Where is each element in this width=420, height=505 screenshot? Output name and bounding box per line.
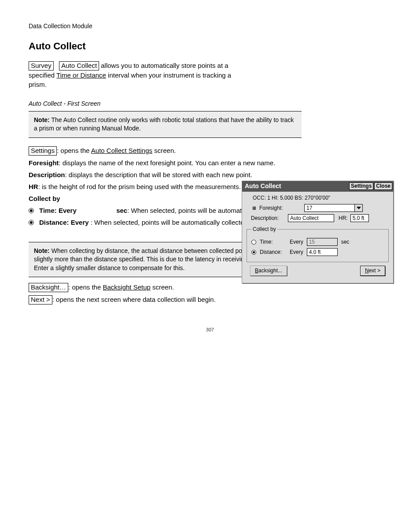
distance-input[interactable]: 4.0 ft: [307, 248, 338, 256]
backsight-button[interactable]: Backsight...: [250, 266, 287, 276]
dialog-body: OCC: 1 HI: 5.000 BS: 270°00'00" Foresigh…: [242, 192, 393, 283]
note-box-1: Note: The Auto Collect routine only work…: [29, 111, 302, 138]
foresight-combo[interactable]: 17: [304, 204, 363, 212]
collect-by-fieldset: Collect by Time: Every 15 sec Distance: …: [247, 226, 389, 262]
intro-text-4: prism.: [29, 81, 47, 88]
collect-by-legend: Collect by: [251, 226, 277, 233]
foresight-paragraph: Foresight: displays the name of the next…: [29, 158, 391, 167]
collect-by-label: Collect by: [29, 195, 60, 202]
backsight-paragraph: Backsight…: opens the Backsight Setup sc…: [29, 282, 391, 292]
dropdown-arrow-icon[interactable]: [355, 204, 363, 212]
description-text: : displays the description that will be …: [65, 171, 252, 178]
description-input[interactable]: Auto Collect: [288, 214, 334, 222]
note-label: Note:: [34, 116, 50, 123]
foresight-text: : displays the name of the next foresigh…: [59, 159, 275, 167]
settings-button-ref: Settings: [29, 146, 57, 156]
time-input: 15: [307, 238, 338, 246]
description-paragraph: Description: displays the description th…: [29, 170, 391, 179]
foresight-row: Foresight: 17: [247, 204, 389, 212]
svg-marker-0: [357, 207, 361, 209]
text: : opens the: [57, 147, 91, 154]
time-suffix: sec: [116, 207, 127, 214]
square-marker-icon: [253, 207, 256, 210]
survey-menu-ref: Survey: [29, 61, 54, 71]
dialog-settings-button[interactable]: Settings: [349, 182, 373, 190]
next-button[interactable]: Next >: [360, 266, 385, 276]
intro-text-2: specified: [29, 71, 56, 79]
dialog-titlebar: Auto Collect Settings Close: [242, 181, 393, 192]
backsight-button-ref: Backsight…: [29, 283, 68, 292]
settings-paragraph: Settings: opens the Auto Collect Setting…: [29, 146, 391, 156]
text: screen.: [152, 147, 176, 154]
note-text: The Auto Collect routine only works with…: [34, 116, 294, 132]
intro-text-3: interval when your instrument is trackin…: [106, 71, 231, 79]
description-row: Description: Auto Collect HR: 5.0 ft: [247, 214, 389, 222]
dialog-footer: Backsight... Next >: [247, 266, 389, 279]
distance-label: Distance: Every: [39, 219, 89, 226]
description-field-label: Description:: [251, 215, 285, 222]
every-label: Every: [290, 238, 303, 246]
description-label: Description: [29, 171, 65, 178]
dialog-close-button[interactable]: Close: [374, 182, 392, 190]
intro-paragraph: Survey Auto Collect allows you to automa…: [29, 61, 391, 89]
time-label: Time: Every: [39, 207, 77, 214]
status-line: OCC: 1 HI: 5.000 BS: 270°00'00": [247, 194, 389, 202]
backsight-setup-link: Backsight Setup: [103, 283, 150, 291]
intro-text: allows you to automatically store points…: [101, 62, 228, 69]
distance-option-label: Distance:: [260, 249, 286, 256]
distance-radio[interactable]: [251, 250, 256, 255]
time-radio[interactable]: [251, 240, 256, 245]
foresight-input[interactable]: 17: [304, 204, 355, 212]
text: : opens the: [68, 283, 103, 291]
time-option-row: Time: Every 15 sec: [251, 238, 384, 246]
hr-label: HR: [29, 183, 38, 190]
next-button-ref: Next >: [29, 295, 52, 304]
section-title: Auto Collect: [29, 40, 391, 53]
note-label: Note:: [34, 247, 50, 254]
next-paragraph: Next >: opens the next screen where data…: [29, 295, 391, 304]
hr-input[interactable]: 5.0 ft: [350, 214, 369, 222]
time-or-distance-link: Time or Distance: [56, 71, 106, 79]
page-number: 307: [29, 327, 391, 333]
text: screen.: [151, 283, 174, 291]
dialog-title: Auto Collect: [245, 182, 281, 191]
breadcrumb: Data Collection Module: [29, 22, 391, 31]
time-option-label: Time:: [260, 238, 286, 246]
radio-selected-icon: [29, 220, 34, 225]
foresight-field-label: Foresight:: [259, 204, 290, 212]
foresight-label: Foresight: [29, 159, 59, 167]
auto-collect-menu-ref: Auto Collect: [59, 61, 99, 71]
every-label: Every: [290, 249, 303, 256]
text: : opens the next screen where data colle…: [52, 296, 216, 303]
sec-label: sec: [341, 238, 350, 246]
hr-field-label: HR:: [339, 215, 348, 222]
page: Data Collection Module Auto Collect Surv…: [0, 0, 420, 351]
first-screen-heading: Auto Collect - First Screen: [29, 100, 391, 108]
radio-selected-icon: [29, 208, 34, 213]
auto-collect-dialog: Auto Collect Settings Close OCC: 1 HI: 5…: [242, 181, 394, 283]
distance-option-row: Distance: Every 4.0 ft: [251, 248, 384, 256]
hr-text: : is the height of rod for the prism bei…: [38, 183, 241, 190]
auto-collect-settings-link: Auto Collect Settings: [91, 147, 152, 154]
